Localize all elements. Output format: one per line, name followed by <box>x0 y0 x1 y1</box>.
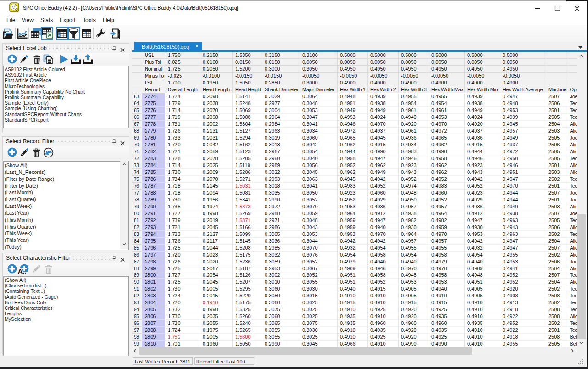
svg-text:A..: A.. <box>18 268 26 274</box>
